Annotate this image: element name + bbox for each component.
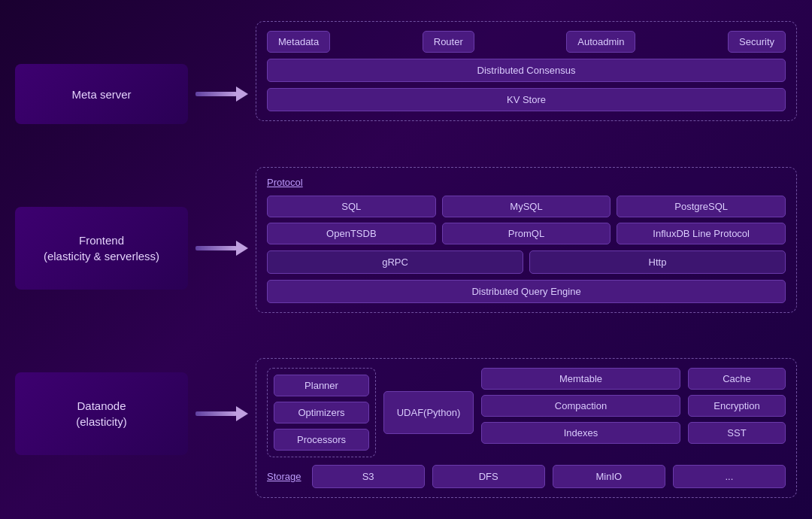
opentsdb-chip: OpenTSDB: [267, 223, 436, 244]
influxdb-chip: InfluxDB Line Protocol: [617, 223, 786, 244]
meta-server-box: Meta server: [15, 64, 188, 124]
autoadmin-chip: Autoadmin: [566, 31, 635, 53]
protocol-row-1: SQL MySQL PostgreSQL: [267, 196, 786, 217]
datanode-right-top: Memtable Compaction Indexes: [481, 368, 680, 457]
main-layout: Meta server Frontend(elasticity & server…: [0, 0, 812, 519]
postgresql-chip: PostgreSQL: [617, 196, 786, 217]
storage-label: Storage: [267, 471, 301, 482]
cache-chip: Cache: [688, 368, 786, 390]
memtable-chip: Memtable: [481, 368, 680, 390]
http-chip: Http: [529, 250, 786, 274]
grpc-chip: gRPC: [267, 250, 523, 274]
datanode-arrow-container: [195, 372, 248, 455]
optimizers-chip: Optimizers: [274, 402, 369, 423]
metadata-chip: Metadata: [267, 31, 330, 53]
frontend-arrow: [195, 241, 248, 256]
datanode-middle-box: UDAF(Python): [383, 368, 474, 457]
grpc-http-row: gRPC Http: [267, 250, 786, 274]
distributed-consensus-chip: Distributed Consensus: [267, 59, 786, 82]
meta-server-label: Meta server: [71, 86, 131, 102]
datanode-arrow: [195, 406, 248, 421]
datanode-left-box: Planner Optimizers Processors: [267, 368, 376, 457]
ellipsis-chip: ...: [673, 465, 786, 488]
meta-component-section: Metadata Router Autoadmin Security Distr…: [256, 21, 797, 121]
sst-chip: SST: [688, 422, 786, 444]
frontend-component-section: Protocol SQL MySQL PostgreSQL OpenTSDB P…: [256, 167, 797, 313]
left-column: Meta server Frontend(elasticity & server…: [15, 15, 188, 504]
promql-chip: PromQL: [442, 223, 611, 244]
dfs-chip: DFS: [432, 465, 545, 488]
protocol-row-2: OpenTSDB PromQL InfluxDB Line Protocol: [267, 223, 786, 244]
router-chip: Router: [423, 31, 474, 53]
s3-chip: S3: [312, 465, 425, 488]
compaction-chip: Compaction: [481, 395, 680, 417]
storage-row: Storage S3 DFS MinIO ...: [267, 465, 786, 488]
datanode-server-label: Datanode(elasticity): [76, 398, 127, 429]
datanode-component-section: Planner Optimizers Processors UDAF(Pytho…: [256, 358, 797, 498]
sql-chip: SQL: [267, 196, 436, 217]
right-column: Metadata Router Autoadmin Security Distr…: [256, 15, 797, 504]
indexes-chip: Indexes: [481, 422, 680, 444]
distributed-query-chip: Distributed Query Engine: [267, 280, 786, 303]
frontend-server-label: Frontend(elasticity & serverless): [44, 232, 159, 264]
processors-chip: Processors: [274, 429, 369, 451]
minio-chip: MinIO: [553, 465, 665, 488]
security-chip: Security: [728, 31, 786, 53]
datanode-inner: Planner Optimizers Processors UDAF(Pytho…: [267, 368, 786, 457]
mysql-chip: MySQL: [442, 196, 611, 217]
datanode-server-box: Datanode(elasticity): [15, 372, 188, 455]
protocol-grid: SQL MySQL PostgreSQL OpenTSDB PromQL Inf…: [267, 196, 786, 244]
kv-store-chip: KV Store: [267, 88, 786, 111]
udaf-chip: UDAF(Python): [383, 391, 474, 434]
meta-top-row: Metadata Router Autoadmin Security: [267, 31, 786, 53]
meta-arrow: [195, 86, 248, 102]
frontend-server-box: Frontend(elasticity & serverless): [15, 207, 188, 290]
encryption-chip: Encryption: [688, 395, 786, 417]
arrows-column: [188, 15, 256, 504]
protocol-label: Protocol: [267, 177, 786, 188]
frontend-arrow-container: [195, 207, 248, 290]
meta-arrow-container: [195, 64, 248, 124]
planner-chip: Planner: [274, 375, 369, 396]
datanode-right-col: Cache Encryption SST: [688, 368, 786, 457]
